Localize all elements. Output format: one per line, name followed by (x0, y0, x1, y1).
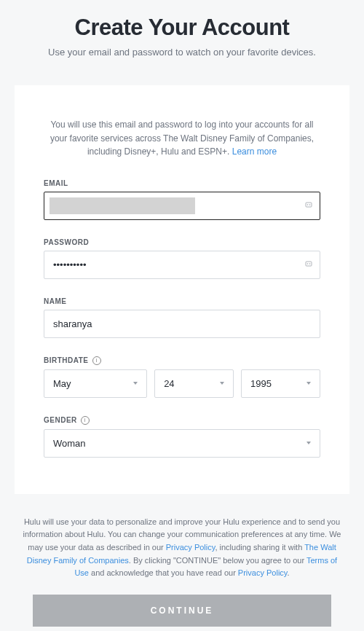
gender-value: Woman (53, 438, 86, 449)
legal-part: . (288, 568, 290, 577)
birthdate-day-select[interactable]: 24 (154, 369, 234, 398)
email-label: EMAIL (44, 179, 320, 187)
gender-label: GENDER (44, 416, 77, 424)
svg-rect-3 (306, 262, 312, 266)
password-label: PASSWORD (44, 238, 320, 246)
birthdate-label: BIRTHDATE (44, 356, 89, 364)
birthdate-year-value: 1995 (250, 378, 272, 389)
info-icon[interactable]: i (92, 356, 101, 365)
birthdate-month-value: May (53, 378, 71, 389)
legal-part: and acknowledge that you have read our (89, 568, 238, 577)
birthdate-day-value: 24 (164, 378, 174, 389)
card-intro: You will use this email and password to … (44, 118, 320, 159)
name-input[interactable] (44, 310, 320, 338)
svg-point-5 (309, 263, 310, 264)
chevron-down-icon (133, 382, 138, 385)
svg-point-4 (307, 263, 308, 264)
learn-more-link[interactable]: Learn more (232, 146, 277, 157)
birthdate-year-select[interactable]: 1995 (241, 369, 320, 398)
legal-part: . By clicking "CONTINUE" below you agree… (129, 556, 306, 565)
name-label: NAME (44, 297, 320, 305)
legal-text: Hulu will use your data to personalize a… (0, 494, 364, 580)
autofill-icon (304, 259, 313, 270)
svg-point-1 (307, 204, 308, 205)
continue-button[interactable]: CONTINUE (33, 595, 331, 627)
gender-select[interactable]: Woman (44, 429, 320, 458)
svg-rect-0 (306, 203, 312, 207)
legal-part: , including sharing it with (215, 543, 304, 552)
svg-point-2 (309, 204, 310, 205)
privacy-policy-link-2[interactable]: Privacy Policy (238, 568, 288, 577)
signup-card: You will use this email and password to … (15, 85, 349, 494)
info-icon[interactable]: i (81, 416, 90, 425)
page-subtitle: Use your email and password to watch on … (15, 47, 349, 58)
page-title: Create Your Account (15, 15, 349, 41)
chevron-down-icon (306, 382, 311, 385)
autofill-icon (304, 200, 313, 211)
redacted-email (50, 197, 195, 214)
privacy-policy-link[interactable]: Privacy Policy (166, 543, 215, 552)
chevron-down-icon (306, 442, 311, 444)
chevron-down-icon (220, 382, 224, 385)
password-input[interactable] (44, 251, 320, 279)
birthdate-month-select[interactable]: May (44, 369, 147, 398)
